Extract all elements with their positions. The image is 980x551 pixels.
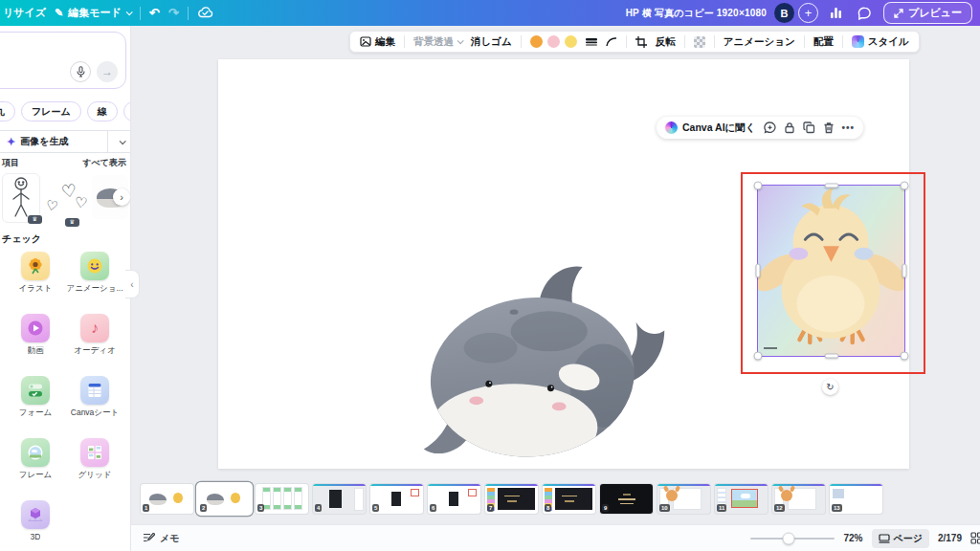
scroll-right-button[interactable]: › <box>113 188 130 206</box>
page-thumbnail-5[interactable]: 5 <box>370 484 423 514</box>
edit-mode-button[interactable]: ✎ 編集モード <box>55 6 131 20</box>
transparency-button[interactable] <box>694 36 705 48</box>
comments-button[interactable] <box>855 3 876 24</box>
ask-canva-ai-button[interactable]: Canva AIに聞く <box>665 121 756 135</box>
comment-icon <box>858 7 872 20</box>
rotate-handle[interactable]: ↻ <box>822 379 838 395</box>
delete-button[interactable] <box>823 121 835 134</box>
pill-frame[interactable]: フレーム <box>21 101 81 121</box>
generate-image-button[interactable]: ✦ 画像を生成 <box>0 131 107 152</box>
resize-handle-se[interactable] <box>901 352 909 361</box>
resize-handle-w[interactable] <box>756 264 761 278</box>
resize-handle-e[interactable] <box>902 264 907 278</box>
color-swatch-yellow[interactable] <box>565 35 577 48</box>
add-comment-button[interactable] <box>764 121 776 134</box>
stroke-weight-button[interactable] <box>586 37 597 47</box>
recent-item-stick-figure[interactable]: ♛ <box>2 173 40 223</box>
position-button[interactable]: 配置 <box>813 35 834 49</box>
heart-icon: ♡ <box>74 193 88 211</box>
resize-handle-nw[interactable] <box>754 182 763 190</box>
animation-button[interactable]: アニメーション <box>724 35 795 49</box>
selected-bird-image[interactable] <box>757 185 905 357</box>
add-member-button[interactable]: + <box>798 3 818 23</box>
app-3d[interactable]: 3D <box>6 500 65 541</box>
bg-remove-button[interactable]: 背景透過 <box>413 35 462 49</box>
recent-item-hearts[interactable]: ♡ ♡ ♡ ♛ <box>44 173 90 225</box>
lock-button[interactable] <box>784 121 795 134</box>
resize-handle-sw[interactable] <box>754 352 763 361</box>
eraser-button[interactable]: 消しゴム <box>471 35 512 49</box>
grid-view-icon[interactable] <box>970 532 980 544</box>
style-icon <box>852 35 864 48</box>
canvas-area[interactable]: ↻ Canva AIに聞く ••• <box>131 26 980 551</box>
redo-button[interactable]: ↷ <box>168 7 179 19</box>
crop-button[interactable] <box>635 36 647 48</box>
color-swatch-pink[interactable] <box>547 35 560 48</box>
generate-options-button[interactable] <box>107 131 131 152</box>
microphone-button[interactable] <box>70 61 91 82</box>
lines-icon <box>586 37 597 47</box>
page-thumbnail-12[interactable]: 12 <box>772 484 825 514</box>
resize-button[interactable]: リサイズ <box>3 6 46 20</box>
apps-grid: イラスト アニメーショ... 動画 ♪ オーディオ フォーム <box>6 252 124 541</box>
page-thumbnail-10[interactable]: 10 <box>657 484 710 514</box>
page-thumbnail-6[interactable]: 6 <box>428 484 480 514</box>
zoom-slider-knob[interactable] <box>783 532 795 544</box>
app-frames[interactable]: フレーム <box>6 438 65 481</box>
page-thumbnail-7[interactable]: 7 <box>485 484 538 514</box>
app-audio[interactable]: ♪ オーディオ <box>65 314 124 357</box>
app-animations[interactable]: アニメーショ... <box>65 252 124 295</box>
duplicate-button[interactable] <box>803 121 815 134</box>
app-grids[interactable]: グリッド <box>65 438 124 481</box>
page-thumbnail-13[interactable]: 13 <box>830 484 882 514</box>
duplicate-icon <box>803 121 815 134</box>
zoom-slider[interactable] <box>750 538 835 540</box>
crop-icon <box>635 36 647 48</box>
style-button[interactable]: スタイル <box>852 35 909 49</box>
page-thumbnails-strip[interactable]: 1 2 3 4 5 6 7 8 9 10 11 12 13 <box>131 476 980 520</box>
app-illustrations[interactable]: イラスト <box>6 252 65 295</box>
page-view-icon <box>879 534 890 543</box>
pill-line[interactable]: 線 <box>87 101 118 121</box>
avatar[interactable]: B <box>774 3 794 23</box>
sparkle-icon: ✦ <box>7 136 15 148</box>
app-videos[interactable]: 動画 <box>6 314 65 357</box>
page-thumbnail-9[interactable]: 9 <box>600 484 653 514</box>
undo-button[interactable]: ↶ <box>149 7 160 19</box>
pill-cut[interactable]: シ <box>123 101 131 121</box>
context-toolbar: 編集 背景透過 消しゴム 反転 アニメーション 配置 スタイル <box>349 31 920 53</box>
page-view-button[interactable]: ページ <box>872 529 929 548</box>
edit-image-button[interactable]: 編集 <box>360 35 395 49</box>
divider <box>140 7 141 20</box>
resize-handle-n[interactable] <box>824 184 838 188</box>
color-swatch-orange[interactable] <box>530 35 543 48</box>
whale-illustration[interactable] <box>415 249 666 464</box>
submit-prompt-button[interactable]: → <box>97 61 118 82</box>
page-indicator: 2/179 <box>938 533 962 543</box>
divider <box>626 35 627 48</box>
pill-maru[interactable]: 丸 <box>0 101 15 121</box>
page-thumbnail-2-selected[interactable]: 2 <box>198 484 251 514</box>
comment-add-icon <box>764 121 776 134</box>
resize-handle-ne[interactable] <box>901 182 909 190</box>
insights-button[interactable] <box>826 3 847 24</box>
page-thumbnail-1[interactable]: 1 <box>141 484 193 514</box>
ai-prompt-input[interactable]: → <box>0 32 126 89</box>
preview-button[interactable]: プレビュー <box>883 2 972 24</box>
page-thumbnail-8[interactable]: 8 <box>543 484 595 514</box>
transparency-icon <box>694 36 705 48</box>
page-thumbnail-4[interactable]: 4 <box>313 484 366 514</box>
see-all-button[interactable]: すべて表示 <box>82 157 126 169</box>
collapse-panel-button[interactable]: ‹ <box>125 270 140 298</box>
divider <box>842 35 843 48</box>
page-thumbnail-3[interactable]: 3 <box>256 484 308 514</box>
curve-button[interactable] <box>606 37 617 47</box>
page-thumbnail-11[interactable]: 11 <box>715 484 768 514</box>
flip-button[interactable]: 反転 <box>656 35 676 49</box>
app-canva-sheets[interactable]: Canvaシート <box>65 376 124 419</box>
expand-icon <box>894 9 903 18</box>
app-forms[interactable]: フォーム <box>6 376 65 419</box>
resize-handle-s[interactable] <box>824 354 838 359</box>
more-options-button[interactable]: ••• <box>842 122 856 133</box>
notes-button[interactable]: メモ <box>143 532 179 545</box>
